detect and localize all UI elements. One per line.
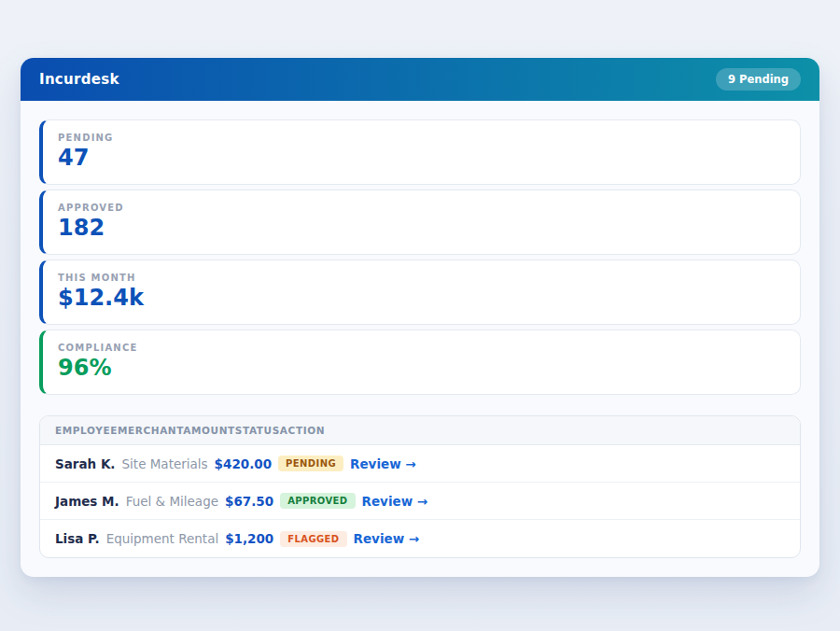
stat-value: 182 — [58, 215, 785, 241]
stat-value: 96% — [58, 355, 785, 381]
column-header-status: STATUS — [235, 425, 280, 436]
merchant-name: Equipment Rental — [106, 531, 219, 546]
main-panel: Incurdesk 9 Pending PENDING 47 APPROVED … — [21, 58, 819, 577]
column-header-action: ACTION — [280, 425, 325, 436]
stat-value: $12.4k — [58, 285, 785, 311]
stats-section: PENDING 47 APPROVED 182 THIS MONTH $12.4… — [21, 101, 819, 395]
review-link[interactable]: Review → — [350, 456, 416, 471]
employee-name: Lisa P. — [55, 531, 100, 546]
expense-amount: $67.50 — [225, 494, 273, 509]
status-badge: APPROVED — [280, 493, 355, 509]
stat-card-this-month: THIS MONTH $12.4k — [39, 259, 801, 325]
column-header-merchant: MERCHANT — [118, 425, 183, 436]
app-title: Incurdesk — [39, 71, 119, 88]
stat-label: PENDING — [58, 133, 785, 143]
app-header: Incurdesk 9 Pending — [21, 58, 819, 101]
expense-amount: $420.00 — [215, 456, 273, 471]
merchant-name: Site Materials — [122, 456, 208, 471]
column-header-employee: EMPLOYEE — [55, 425, 118, 436]
merchant-name: Fuel & Mileage — [126, 494, 218, 509]
pending-count-badge: 9 Pending — [716, 68, 801, 91]
column-header-amount: AMOUNT — [183, 425, 235, 436]
stat-value: 47 — [58, 145, 785, 171]
review-link[interactable]: Review → — [354, 531, 420, 546]
table-row: Lisa P. Equipment Rental $1,200 FLAGGED … — [40, 520, 800, 557]
stat-card-pending: PENDING 47 — [39, 119, 801, 185]
table-row: Sarah K. Site Materials $420.00 PENDING … — [40, 445, 800, 483]
status-badge: FLAGGED — [280, 531, 346, 547]
stat-card-approved: APPROVED 182 — [39, 189, 801, 255]
review-link[interactable]: Review → — [362, 494, 428, 509]
stat-card-compliance: COMPLIANCE 96% — [39, 330, 801, 395]
stat-label: THIS MONTH — [58, 273, 785, 283]
table-header-row: EMPLOYEEMERCHANTAMOUNTSTATUSACTION — [40, 416, 800, 445]
employee-name: James M. — [55, 494, 119, 509]
expense-table: EMPLOYEEMERCHANTAMOUNTSTATUSACTION Sarah… — [39, 415, 801, 558]
employee-name: Sarah K. — [55, 456, 116, 471]
status-badge: PENDING — [278, 456, 343, 471]
table-row: James M. Fuel & Mileage $67.50 APPROVED … — [40, 483, 800, 520]
expense-amount: $1,200 — [225, 531, 273, 546]
stat-label: COMPLIANCE — [58, 343, 785, 353]
stat-label: APPROVED — [58, 203, 785, 213]
